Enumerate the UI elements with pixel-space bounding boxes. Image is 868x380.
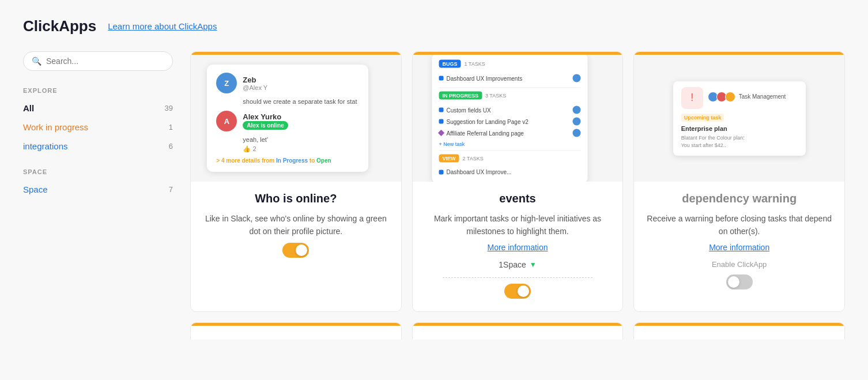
task-sq-1 xyxy=(439,76,443,81)
card-image-events: BUGS 1 TASKS Dashboard UX Improvements xyxy=(413,55,623,182)
toggle-container-who-online xyxy=(202,243,390,258)
card-title-dependency: dependency warning xyxy=(646,192,833,205)
sidebar-item-label-space: Space xyxy=(23,185,48,194)
online-badge: Alex is online xyxy=(243,121,288,130)
sidebar-item-space[interactable]: Space 7 xyxy=(23,181,173,198)
sidebar: 🔍 EXPLORE All 39 Work in progress 1 inte… xyxy=(23,51,173,340)
task-panel: BUGS 1 TASKS Dashboard UX Improvements xyxy=(432,55,587,182)
card-image-who-online: Z Zeb @Alex Y should we create a separat… xyxy=(191,55,401,182)
cards-grid: Z Zeb @Alex Y should we create a separat… xyxy=(190,51,845,312)
task-dot-1 xyxy=(572,74,580,82)
sidebar-item-label-all: All xyxy=(23,103,34,113)
card-bottom-3 xyxy=(633,322,845,340)
card-desc-dependency: Receive a warning before closing tasks t… xyxy=(646,212,833,238)
dep-img: ! Task Management xyxy=(650,65,829,172)
task-2-label: Custom fields UX xyxy=(446,107,490,113)
section-divider-1 xyxy=(439,88,580,88)
sidebar-item-wip[interactable]: Work in progress 1 xyxy=(23,119,173,136)
dep-label-orange: Upcoming task xyxy=(681,114,724,122)
card-title-events: events xyxy=(424,192,612,205)
cards-bottom xyxy=(190,322,845,340)
cards-area: Z Zeb @Alex Y should we create a separat… xyxy=(190,51,845,340)
task-5-label: Dashboard UX Improve... xyxy=(446,169,511,175)
page-header: ClickApps Learn more about ClickApps xyxy=(23,17,845,35)
dep-text-line2: You start after $42.. xyxy=(681,142,798,150)
card-space-row-events: 1Space ▼ xyxy=(424,260,612,269)
card-bottom-1 xyxy=(190,322,402,340)
search-input[interactable] xyxy=(46,57,164,66)
sidebar-item-count-wip: 1 xyxy=(169,123,173,131)
explore-section: EXPLORE All 39 Work in progress 1 integr… xyxy=(23,87,173,155)
avatar-zeb: Z xyxy=(216,73,237,93)
toggle-container-events xyxy=(424,284,612,299)
card-events: BUGS 1 TASKS Dashboard UX Improvements xyxy=(412,51,624,312)
avatar-alex: A xyxy=(216,111,237,131)
card-who-online: Z Zeb @Alex Y should we create a separat… xyxy=(190,51,402,312)
badge-view: VIEW xyxy=(439,155,459,163)
card-title-who-online: Who is online? xyxy=(202,192,390,205)
space-section: SPACE Space 7 xyxy=(23,168,173,198)
sidebar-item-label-integrations: integrations xyxy=(23,141,68,151)
chat-name-zeb: Zeb xyxy=(243,76,267,84)
badge-view-count: 2 TASKS xyxy=(463,156,484,161)
sidebar-item-integrations[interactable]: integrations 6 xyxy=(23,138,173,155)
toggle-container-dependency xyxy=(646,274,833,289)
section-divider-2 xyxy=(439,151,580,151)
task-dot-2 xyxy=(572,106,580,114)
toggle-knob-events xyxy=(518,285,529,297)
toggle-dependency[interactable] xyxy=(726,274,753,289)
sidebar-item-count-integrations: 6 xyxy=(169,142,173,151)
toggle-events[interactable] xyxy=(504,284,531,299)
explore-label: EXPLORE xyxy=(23,87,173,94)
toggle-who-online[interactable] xyxy=(282,243,309,258)
task-sq-5 xyxy=(439,170,443,174)
card-body-dependency: dependency warning Receive a warning bef… xyxy=(634,182,844,302)
toggle-knob-who-online xyxy=(296,244,307,256)
card-desc-events: Mark important tasks or high-level initi… xyxy=(424,212,612,238)
dep-text-line1: Blatant For the Colour plan: xyxy=(681,134,798,142)
card-image-dependency: ! Task Management xyxy=(634,55,844,182)
card-link-dependency[interactable]: More information xyxy=(646,243,833,252)
chat-name-alex: Alex Yurko xyxy=(243,112,288,121)
toggle-knob-dependency xyxy=(728,276,739,288)
search-icon: 🔍 xyxy=(32,57,41,66)
new-task-btn[interactable]: + New task xyxy=(439,141,580,147)
badge-bugs-count: 1 TASKS xyxy=(465,61,485,67)
main-layout: 🔍 EXPLORE All 39 Work in progress 1 inte… xyxy=(23,51,845,340)
card-bottom-bar-1 xyxy=(191,323,401,326)
sidebar-item-all[interactable]: All 39 xyxy=(23,100,173,116)
task-4-label: Affiliate Referral Landing page xyxy=(446,130,523,136)
task-1-label: Dashboard UX Improvements xyxy=(446,75,522,81)
sidebar-item-count-all: 39 xyxy=(165,104,173,112)
chat-likes: 👍 2 xyxy=(243,145,359,153)
search-box[interactable]: 🔍 xyxy=(23,51,173,71)
task-diamond-4 xyxy=(438,130,444,136)
space-label: SPACE xyxy=(23,168,173,175)
badge-inprogress: IN PROGRESS xyxy=(439,92,482,100)
card-body-who-online: Who is online? Like in Slack, see who's … xyxy=(191,182,401,270)
dep-title: Enterprise plan xyxy=(681,125,798,132)
sidebar-item-count-space: 7 xyxy=(169,185,173,194)
card-bottom-bar-2 xyxy=(413,323,623,326)
chat-footer: > 4 more details from In Progress to Ope… xyxy=(216,157,359,164)
task-mgmt-label: Task Management xyxy=(739,93,786,100)
card-link-events[interactable]: More information xyxy=(424,243,612,252)
card-dependency: ! Task Management xyxy=(633,51,845,312)
card-body-events: events Mark important tasks or high-leve… xyxy=(413,182,623,311)
badge-inprogress-count: 3 TASKS xyxy=(485,93,506,99)
card-desc-who-online: Like in Slack, see who's online by showi… xyxy=(202,212,390,238)
dep-panel: ! Task Management xyxy=(673,81,806,156)
chat-at-zeb: @Alex Y xyxy=(243,84,267,91)
chat-reply: yeah, let' xyxy=(243,136,359,143)
card-bottom-2 xyxy=(412,322,624,340)
chat-message: should we create a separate task for sta… xyxy=(243,98,359,105)
badge-bugs: BUGS xyxy=(439,60,461,68)
space-selector-label: 1Space xyxy=(499,260,526,269)
task-dot-3 xyxy=(572,118,580,126)
sidebar-item-label-wip: Work in progress xyxy=(23,122,88,132)
chevron-down-icon[interactable]: ▼ xyxy=(530,261,537,269)
learn-more-link[interactable]: Learn more about ClickApps xyxy=(108,21,217,31)
task-3-label: Suggestion for Landing Page v2 xyxy=(446,118,528,125)
page-title: ClickApps xyxy=(23,17,96,35)
card-bottom-bar-3 xyxy=(634,323,844,326)
